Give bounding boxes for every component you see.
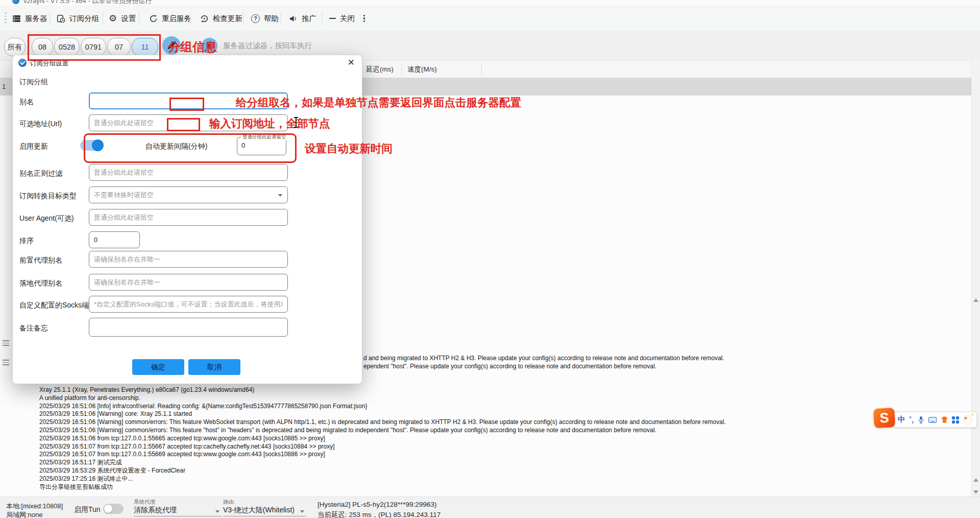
log-line: 2025/03/29 16:51:06 [Info] infra/conf/se… [39,403,726,411]
divider [401,62,402,76]
header-label: 延迟(ms) [366,65,394,74]
toolbox-grid-icon[interactable] [952,416,959,423]
system-proxy-select[interactable]: 系统代理 清除系统代理 [134,499,222,516]
divider [243,12,243,25]
row-number: 1 [2,78,6,96]
ime-punctuation-icon[interactable]: ˚, [910,416,914,424]
toolbar-button-close[interactable]: 关闭 [329,6,355,31]
cancel-button[interactable]: 取消 [188,359,240,375]
custom-socks-port-input[interactable] [89,296,288,313]
convert-target-select[interactable]: 不需要转换时请留空 [89,186,288,203]
ime-mode-chinese[interactable]: 中 [898,415,905,425]
scroll-up-icon[interactable] [973,298,978,302]
toolbar-button-subscription-group[interactable]: 订阅分组 [57,6,99,31]
divider [103,12,103,25]
field-label-user-agent: User Agent(可选) [19,214,74,223]
dialog-section-title: 订阅分组 [19,78,48,87]
close-icon[interactable]: ✕ [348,58,355,68]
toolbar-button-help[interactable]: ? 帮助 [251,6,279,31]
scroll-up-icon[interactable] [973,478,978,482]
app-logo-icon [12,0,19,4]
filter-placeholder: 服务器过滤器，按回车执行 [223,41,312,51]
toolbar-button-restart-service[interactable]: 重启服务 [149,6,191,31]
toolbar-more-menu[interactable] [363,6,365,31]
active-node-text[interactable]: [Hysteria2] PL-s5-hy2(128***99:29963) [317,501,436,508]
field-label-url: 可选地址(Url) [19,120,62,129]
toolbar-label: 服务器 [25,14,47,23]
field-label-remarks: 备注备忘 [19,324,48,333]
toolbar-label: 重启服务 [162,14,191,23]
annotation-update-row-redbox [84,133,297,163]
annotation-group-info: 分组信息 [168,39,217,55]
remarks-input[interactable] [89,318,288,337]
log-line: ependent "host". Please update your conf… [363,363,656,370]
latency-text: 当前延迟: 253 ms，(PL) 85.194.243.117 [317,510,440,518]
ok-label: 确定 [151,363,165,372]
divider [139,12,139,25]
field-label-custom-socks-port: 自定义配置的Socks端口 [19,301,96,310]
chevron-down-icon [215,510,219,513]
alias-regex-input[interactable] [89,164,288,181]
toolbar-label: 关闭 [340,14,355,23]
column-header-speed[interactable]: 速度(M/s) [407,61,437,78]
log-line: 2025/03/29 16:51:06 from tcp:127.0.0.1:5… [39,435,726,443]
ime-sogou-logo[interactable]: S [873,408,895,428]
toolbar-button-promote[interactable]: 推广 [289,6,316,31]
system-proxy-value: 清除系统代理 [134,506,177,515]
more-dots-icon [363,15,365,22]
toolbar-grip-icon[interactable] [5,13,7,24]
main-toolbar: 服务器 订阅分组 ⚙ 设置 重启服务 检查更新 ? 帮助 推广 关闭 [0,6,980,31]
user-agent-input[interactable] [89,209,288,226]
dialog-logo-icon [18,59,27,67]
skin-shirt-icon[interactable] [941,416,948,423]
help-icon: ? [251,14,260,23]
routing-select[interactable]: 路由 V3-绕过大陆(Whitelist) [223,499,306,516]
keyboard-icon[interactable] [928,417,937,423]
divider [190,12,190,25]
log-line: 2025/03/29 16:51:17 测试完成 [39,459,726,467]
toolbar-button-servers[interactable]: 服务器 [12,6,47,31]
toolbar-label: 订阅分组 [69,14,99,23]
log-output: Xray 25.1.1 (Xray, Penetrates Everything… [39,386,726,491]
column-header-latency[interactable]: 延迟(ms) [366,61,394,78]
field-label-convert-target: 订阅转换目标类型 [19,192,77,201]
field-label-prev-proxy: 前置代理别名 [19,256,62,265]
chevron-down-icon [278,194,282,197]
tun-toggle[interactable] [103,504,124,514]
toolbar-button-settings[interactable]: ⚙ 设置 [109,6,136,31]
routing-value: V3-绕过大陆(Whitelist) [223,506,295,515]
annotation-alias-redbox [169,98,204,111]
text-cursor-icon [296,117,297,128]
divider [50,12,50,25]
sort-input[interactable] [89,231,140,248]
field-label-alias-regex: 别名正则过滤 [19,169,62,178]
scroll-down-icon[interactable] [973,490,978,494]
chip-label: 所有 [8,42,22,52]
prev-proxy-input[interactable] [89,251,288,268]
divider [481,62,482,76]
ime-logo-letter: S [879,410,890,426]
system-proxy-label: 系统代理 [134,499,155,506]
routing-label: 路由 [223,499,234,506]
emoji-icon[interactable] [963,415,972,425]
toolbar-label: 帮助 [264,14,279,23]
field-label-enable-update: 启用更新 [19,142,48,151]
log-line: A unified platform for anti-censorship. [39,394,726,403]
gear-icon: ⚙ [109,14,117,23]
landing-proxy-input[interactable] [89,274,288,291]
mic-icon[interactable] [918,416,924,423]
lan-port-text: 局域网:none [6,510,43,518]
field-label-landing-proxy: 落地代理别名 [19,279,62,288]
toolbar-button-check-update[interactable]: 检查更新 [200,6,242,31]
group-chip-all[interactable]: 所有 [4,38,26,56]
ok-button[interactable]: 确定 [132,359,184,375]
chevron-down-icon [300,510,304,513]
annotation-url-redbox [167,118,200,131]
log-line: 2025/03/29 17:25:16 测试终止中... [39,475,726,483]
grip-icon [3,340,9,346]
vertical-scrollbar[interactable] [971,60,980,497]
subscription-group-icon [57,14,65,23]
annotation-chips-redbox [28,34,161,61]
log-line: 2025/03/29 16:51:07 from tcp:127.0.0.1:5… [39,451,726,459]
log-line: Xray 25.1.1 (Xray, Penetrates Everything… [39,386,726,394]
